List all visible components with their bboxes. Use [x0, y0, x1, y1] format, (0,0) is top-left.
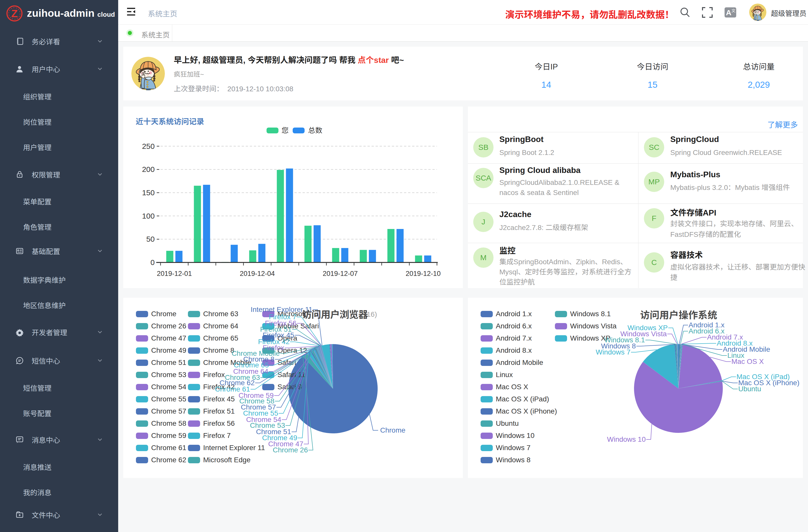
svg-text:2019-12-04: 2019-12-04 [240, 270, 275, 277]
svg-text:250: 250 [142, 142, 155, 150]
svg-text:您: 您 [281, 127, 289, 134]
svg-text:2019-12-10: 2019-12-10 [405, 270, 441, 277]
svg-text:50: 50 [146, 235, 155, 243]
svg-text:Z: Z [11, 7, 18, 20]
svg-text:150: 150 [142, 188, 155, 197]
svg-text:2019-12-01: 2019-12-01 [157, 270, 192, 277]
svg-text:0: 0 [150, 258, 155, 267]
svg-text:100: 100 [142, 212, 155, 220]
svg-text:A: A [726, 8, 731, 17]
svg-text:文: 文 [731, 8, 735, 13]
svg-text:200: 200 [142, 165, 155, 173]
svg-text:2019-12-07: 2019-12-07 [323, 270, 357, 277]
svg-text:总数: 总数 [308, 127, 322, 134]
